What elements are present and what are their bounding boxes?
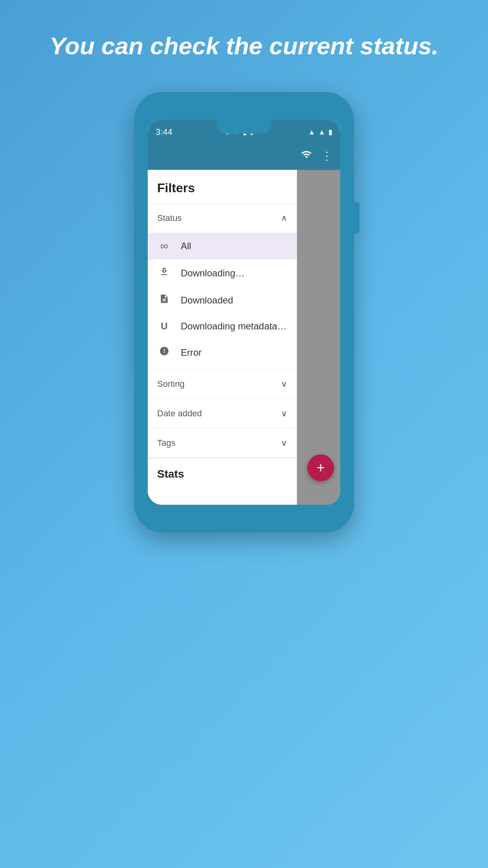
infinity-icon: ∞	[157, 240, 171, 252]
date-added-chevron-down-icon: ∨	[281, 408, 287, 419]
date-added-section-header[interactable]: Date added ∨	[148, 399, 297, 428]
status-label: Status	[157, 213, 182, 223]
sorting-chevron-down-icon: ∨	[281, 379, 287, 389]
tags-chevron-down-icon: ∨	[281, 438, 287, 448]
filter-item-downloaded-label: Downloaded	[181, 295, 233, 306]
filter-item-downloading-label: Downloading…	[181, 268, 245, 279]
fab-button[interactable]: +	[307, 454, 334, 481]
tags-section[interactable]: Tags ∨	[148, 428, 297, 458]
filter-item-metadata[interactable]: U Downloading metadata…	[148, 314, 297, 339]
status-time: 3:44	[156, 127, 172, 137]
signal-icon: ▲	[318, 128, 325, 136]
stats-title: Stats	[157, 468, 184, 480]
status-right: ▲ ▲ ▮	[308, 128, 332, 136]
filter-item-downloaded[interactable]: Downloaded	[148, 287, 297, 314]
stats-section: Stats	[148, 458, 297, 490]
error-icon	[157, 346, 171, 359]
filter-panel: Filters Status ∧ ∞ All	[148, 170, 297, 505]
file-icon	[157, 294, 171, 307]
date-added-section[interactable]: Date added ∨	[148, 399, 297, 428]
app-header: ⋮	[148, 142, 340, 170]
more-menu-icon[interactable]: ⋮	[321, 149, 332, 162]
tags-section-header[interactable]: Tags ∨	[148, 428, 297, 458]
magnet-icon: U	[157, 321, 171, 332]
headline: You can check the current status.	[18, 31, 470, 61]
filter-item-all-label: All	[181, 241, 191, 252]
wifi-icon[interactable]	[301, 149, 312, 163]
sorting-section-header[interactable]: Sorting ∨	[148, 370, 297, 399]
filter-item-downloading[interactable]: Downloading…	[148, 259, 297, 287]
sorting-section[interactable]: Sorting ∨	[148, 369, 297, 399]
filter-item-error-label: Error	[181, 347, 202, 358]
download-icon	[157, 267, 171, 280]
status-chevron-up-icon: ∧	[281, 213, 287, 223]
filter-item-metadata-label: Downloading metadata…	[181, 321, 287, 332]
filter-item-error[interactable]: Error	[148, 339, 297, 366]
battery-full-icon: ▮	[328, 128, 332, 136]
tags-label: Tags	[157, 438, 175, 448]
sorting-label: Sorting	[157, 379, 185, 389]
phone-wrapper: 3:44 ⚙ ● ▮ ▶ ▲ ▲ ▮	[134, 92, 354, 532]
content-area: Filters Status ∧ ∞ All	[148, 170, 340, 505]
status-section-header[interactable]: Status ∧	[148, 204, 297, 233]
status-section[interactable]: Status ∧ ∞ All	[148, 203, 297, 369]
notch	[216, 120, 272, 134]
filter-items-list: ∞ All Downloading…	[148, 233, 297, 369]
filter-title: Filters	[148, 170, 297, 203]
date-added-label: Date added	[157, 408, 202, 419]
phone-screen: 3:44 ⚙ ● ▮ ▶ ▲ ▲ ▮	[148, 120, 340, 505]
wifi-status-icon: ▲	[308, 128, 315, 136]
filter-item-all[interactable]: ∞ All	[148, 233, 297, 259]
phone-frame: 3:44 ⚙ ● ▮ ▶ ▲ ▲ ▮	[134, 92, 354, 532]
